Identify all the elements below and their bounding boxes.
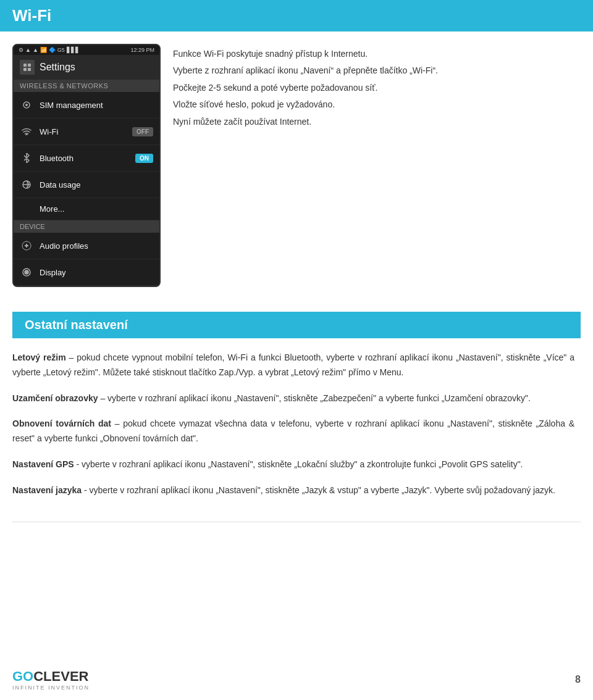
phone-menu-more[interactable]: More... — [14, 198, 159, 220]
phone-menu-bluetooth[interactable]: Bluetooth ON — [14, 145, 159, 172]
wifi-icon — [20, 125, 33, 138]
phone-icon-bars: ▋▋▋ — [67, 47, 80, 53]
footer-divider — [12, 522, 581, 522]
phone-sim-label: SIM management — [40, 101, 103, 110]
para-obnoveni: Obnovení továrních dat – pokud chcete vy… — [12, 417, 574, 446]
page-title: Wi-Fi — [12, 6, 51, 25]
footer-logo-main: GOCLEVER — [12, 669, 88, 685]
wifi-toggle[interactable]: OFF — [132, 127, 153, 136]
page-number: 8 — [575, 674, 581, 685]
bluetooth-toggle[interactable]: ON — [135, 154, 153, 163]
phone-menu-wifi[interactable]: Wi-Fi OFF — [14, 119, 159, 145]
phone-status-icons-right: 12:29 PM — [130, 47, 154, 53]
svg-point-5 — [25, 104, 28, 106]
footer-go-text: GOCLEVER — [12, 669, 88, 684]
page-footer: GOCLEVER INFINITE INVENTION 8 — [12, 669, 581, 691]
para-letovy: Letový režim – pokud chcete vypnout mobi… — [12, 351, 574, 380]
phone-more-label: More... — [40, 204, 64, 214]
term-gps: Nastavení GPS — [12, 459, 74, 469]
phone-section-wireless: WIRELESS & NETWORKS — [14, 80, 159, 92]
phone-icon-settings: ⚙ — [19, 47, 23, 53]
section2-title: Ostatní nastavení — [25, 318, 128, 331]
svg-rect-0 — [23, 64, 27, 67]
intro-line1: Funkce Wi-Fi poskytuje snadný přístup k … — [173, 47, 574, 60]
text-gps: - vyberte v rozhraní aplikací ikonu „Nas… — [77, 459, 523, 469]
header-bar: Wi-Fi — [0, 0, 593, 31]
svg-rect-2 — [23, 68, 27, 71]
phone-icon-bluetooth: 🔷 — [49, 47, 56, 53]
phone-menu-bluetooth-left: Bluetooth — [20, 151, 74, 165]
phone-wifi-label: Wi-Fi — [40, 127, 58, 136]
audio-icon — [20, 239, 33, 252]
phone-icon-signal2: ▲ — [33, 47, 38, 53]
phone-app-title: Settings — [40, 62, 75, 73]
text-jazyk: - vyberte v rozhraní aplikací ikonu „Nas… — [84, 485, 555, 495]
text-uzamceni: – vyberte v rozhraní aplikací ikonu „Nas… — [100, 393, 531, 403]
phone-menu-data[interactable]: Data usage — [14, 172, 159, 198]
para-uzamceni: Uzamčení obrazovky – vyberte v rozhraní … — [12, 391, 574, 406]
intro-line5: Nyní můžete začít používat Internet. — [173, 115, 574, 128]
intro-line4: Vložte síťové heslo, pokud je vyžadováno… — [173, 98, 574, 111]
bluetooth-icon — [20, 151, 33, 165]
logo-brand-suffix: CLEVER — [33, 669, 88, 684]
phone-menu-display-left: Display — [20, 265, 66, 279]
svg-point-6 — [26, 135, 27, 135]
phone-icon-signal1: ▲ — [25, 47, 31, 53]
intro-text-area: Funkce Wi-Fi poskytuje snadný přístup k … — [173, 44, 574, 287]
term-jazyk: Nastavení jazyka — [12, 485, 82, 495]
phone-bluetooth-label: Bluetooth — [40, 154, 74, 163]
phone-menu-audio-left: Audio profiles — [20, 239, 88, 252]
main-content-area: ⚙ ▲ ▲ 📶 🔷 G5 ▋▋▋ 12:29 PM — [0, 31, 593, 299]
phone-menu-audio[interactable]: Audio profiles — [14, 233, 159, 259]
term-letovy: Letový režim — [12, 352, 66, 362]
svg-rect-1 — [28, 64, 31, 67]
phone-menu-data-left: Data usage — [20, 178, 81, 191]
phone-section-device: DEVICE — [14, 220, 159, 233]
phone-menu-wifi-left: Wi-Fi — [20, 125, 58, 138]
body-content: Letový režim – pokud chcete vypnout mobi… — [0, 338, 593, 522]
term-obnoveni: Obnovení továrních dat — [12, 419, 111, 428]
phone-audio-label: Audio profiles — [40, 241, 88, 251]
para-gps: Nastavení GPS - vyberte v rozhraní aplik… — [12, 457, 574, 472]
phone-menu-sim[interactable]: SIM management — [14, 92, 159, 119]
display-icon — [20, 265, 33, 279]
phone-menu-display[interactable]: Display — [14, 259, 159, 286]
phone-icon-wifi: 📶 — [40, 47, 47, 53]
term-uzamceni: Uzamčení obrazovky — [12, 393, 98, 403]
data-usage-icon — [20, 178, 33, 191]
section2-header: Ostatní nastavení — [12, 312, 581, 338]
phone-settings-icon — [20, 60, 35, 75]
phone-data-label: Data usage — [40, 180, 81, 190]
phone-time: 12:29 PM — [130, 47, 154, 53]
phone-status-icons-left: ⚙ ▲ ▲ 📶 🔷 G5 ▋▋▋ — [19, 47, 80, 53]
footer-tagline: INFINITE INVENTION — [12, 685, 90, 691]
phone-status-bar: ⚙ ▲ ▲ 📶 🔷 G5 ▋▋▋ 12:29 PM — [14, 45, 159, 55]
para-jazyk: Nastavení jazyka - vyberte v rozhraní ap… — [12, 483, 574, 498]
phone-screenshot: ⚙ ▲ ▲ 📶 🔷 G5 ▋▋▋ 12:29 PM — [12, 44, 161, 287]
logo-go: GO — [12, 669, 33, 684]
intro-line2: Vyberte z rozhraní aplikací ikonu „Naven… — [173, 64, 574, 77]
sim-icon — [20, 98, 33, 112]
intro-line3: Počkejte 2-5 sekund a poté vyberte požad… — [173, 81, 574, 94]
phone-display-label: Display — [40, 268, 66, 277]
footer-logo: GOCLEVER INFINITE INVENTION — [12, 669, 90, 691]
svg-point-13 — [25, 270, 28, 274]
svg-rect-3 — [28, 68, 31, 71]
phone-menu-sim-left: SIM management — [20, 98, 103, 112]
phone-title-bar: Settings — [14, 55, 159, 80]
phone-icon-g5: G5 — [57, 47, 65, 53]
text-letovy: – pokud chcete vypnout mobilní telefon, … — [12, 352, 574, 377]
